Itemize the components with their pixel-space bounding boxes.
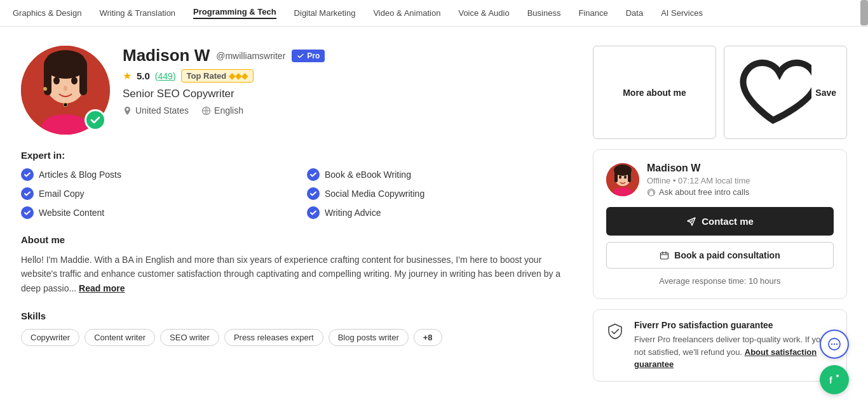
avg-response: Average response time: 10 hours — [606, 276, 834, 286]
verified-badge — [85, 109, 106, 131]
top-rated-badge: Top Rated ◆◆◆ — [181, 69, 254, 83]
expert-item-1: Book & eBook Writing — [307, 168, 574, 181]
contact-me-button[interactable]: Contact me — [606, 207, 834, 236]
skills-section: Skills Copywriter Content writer SEO wri… — [21, 310, 574, 346]
profile-header: Madison W @mwilliamswriter Pro ★ 5.0 (44… — [21, 46, 574, 135]
consultation-label: Book a paid consultation — [674, 250, 780, 260]
floating-buttons: f — [820, 330, 849, 394]
expert-label-1: Book & eBook Writing — [325, 170, 411, 180]
skill-tag-2[interactable]: SEO writer — [160, 329, 219, 346]
nav-item-graphics[interactable]: Graphics & Design — [13, 8, 81, 18]
guarantee-text: Fiverr Pro freelancers deliver top-quali… — [634, 333, 836, 371]
star-icon: ★ — [123, 70, 132, 82]
guarantee-title: Fiverr Pro satisfaction guarantee — [634, 320, 836, 330]
shield-icon — [604, 320, 627, 343]
skills-list: Copywriter Content writer SEO writer Pre… — [21, 329, 574, 346]
fiverr-icon: f — [827, 373, 841, 387]
profile-name: Madison W — [123, 46, 210, 65]
svg-rect-17 — [628, 170, 631, 182]
expert-label-2: Email Copy — [39, 189, 85, 199]
profile-section: Madison W @mwilliamswriter Pro ★ 5.0 (44… — [21, 46, 574, 382]
more-about-button[interactable]: More about me — [593, 46, 716, 139]
skills-more-button[interactable]: +8 — [414, 329, 442, 346]
language-icon — [201, 106, 211, 116]
svg-point-30 — [836, 375, 839, 377]
svg-point-19 — [619, 176, 621, 179]
svg-rect-23 — [653, 192, 654, 194]
expert-section-label: Expert in: — [21, 150, 574, 161]
top-navigation: Graphics & Design Writing & Translation … — [0, 0, 868, 27]
nav-item-programming[interactable]: Programming & Tech — [193, 7, 276, 19]
check-icon-5 — [307, 206, 320, 219]
svg-point-26 — [831, 344, 832, 345]
contact-status: Offline • 07:12 AM local time — [647, 176, 750, 185]
check-icon-2 — [21, 187, 34, 200]
contact-info: Madison W Offline • 07:12 AM local time … — [647, 163, 750, 197]
contact-card: Madison W Offline • 07:12 AM local time … — [593, 149, 847, 299]
nav-item-digital[interactable]: Digital Marketing — [294, 8, 356, 18]
diamonds-icon: ◆◆◆ — [229, 71, 248, 81]
svg-point-8 — [64, 86, 67, 91]
contact-intro: Ask about free intro calls — [647, 187, 750, 197]
location-icon — [123, 106, 132, 116]
skills-section-label: Skills — [21, 310, 574, 321]
check-icon-0 — [21, 168, 34, 181]
scrollbar-track — [860, 0, 868, 26]
profile-title: Senior SEO Copywriter — [123, 88, 574, 100]
fab-fiverr-button[interactable]: f — [820, 365, 849, 394]
expert-item-3: Social Media Copywriting — [307, 187, 574, 200]
profile-meta: United States English — [123, 105, 574, 116]
profile-info: Madison W @mwilliamswriter Pro ★ 5.0 (44… — [123, 46, 574, 116]
chat-icon — [827, 337, 842, 352]
guarantee-card: Fiverr Pro satisfaction guarantee Fiverr… — [593, 309, 847, 382]
location-item: United States — [123, 105, 189, 116]
contact-name: Madison W — [647, 163, 750, 174]
fab-chat-button[interactable] — [820, 330, 849, 359]
svg-rect-4 — [79, 63, 87, 95]
svg-text:f: f — [829, 375, 832, 385]
nav-item-writing[interactable]: Writing & Translation — [99, 8, 175, 18]
save-label: Save — [815, 88, 836, 98]
checkmark-icon-pro — [297, 52, 304, 60]
contact-me-label: Contact me — [702, 216, 754, 227]
nav-item-finance[interactable]: Finance — [578, 8, 607, 18]
save-button[interactable]: Save — [724, 46, 847, 139]
location-text: United States — [135, 105, 189, 116]
heart-icon — [735, 54, 811, 131]
skill-tag-3[interactable]: Press releases expert — [224, 329, 323, 346]
svg-point-20 — [624, 176, 627, 179]
checkmark-icon — [90, 114, 101, 126]
headset-icon — [647, 188, 656, 197]
top-rated-label: Top Rated — [187, 71, 227, 81]
scrollbar-thumb[interactable] — [860, 0, 868, 25]
nav-item-data[interactable]: Data — [626, 8, 643, 18]
rating-count[interactable]: (449) — [155, 71, 176, 81]
nav-item-ai[interactable]: AI Services — [661, 8, 703, 18]
mini-avatar-image — [606, 163, 639, 196]
guarantee-content: Fiverr Pro satisfaction guarantee Fiverr… — [634, 320, 836, 371]
skill-tag-0[interactable]: Copywriter — [21, 329, 79, 346]
pro-label: Pro — [307, 51, 320, 60]
svg-point-6 — [53, 77, 60, 84]
nav-item-video[interactable]: Video & Animation — [373, 8, 440, 18]
profile-username: @mwilliamswriter — [216, 51, 285, 61]
expert-label-5: Writing Advice — [325, 208, 381, 218]
check-icon-4 — [21, 206, 34, 219]
nav-item-business[interactable]: Business — [527, 8, 561, 18]
expert-label-0: Articles & Blog Posts — [39, 170, 121, 180]
language-text: English — [214, 105, 243, 116]
expert-grid: Articles & Blog Posts Book & eBook Writi… — [21, 168, 574, 219]
svg-point-7 — [71, 77, 78, 84]
expert-item-0: Articles & Blog Posts — [21, 168, 288, 181]
pro-badge: Pro — [292, 50, 325, 62]
nav-item-voice[interactable]: Voice & Audio — [458, 8, 509, 18]
svg-rect-22 — [649, 192, 650, 194]
skill-tag-1[interactable]: Content writer — [85, 329, 155, 346]
send-icon — [686, 217, 696, 227]
consultation-button[interactable]: Book a paid consultation — [606, 242, 834, 269]
svg-point-10 — [64, 103, 67, 107]
read-more-link[interactable]: Read more — [79, 283, 125, 293]
svg-rect-24 — [661, 253, 668, 259]
skill-tag-4[interactable]: Blog posts writer — [329, 329, 409, 346]
expert-item-2: Email Copy — [21, 187, 288, 200]
